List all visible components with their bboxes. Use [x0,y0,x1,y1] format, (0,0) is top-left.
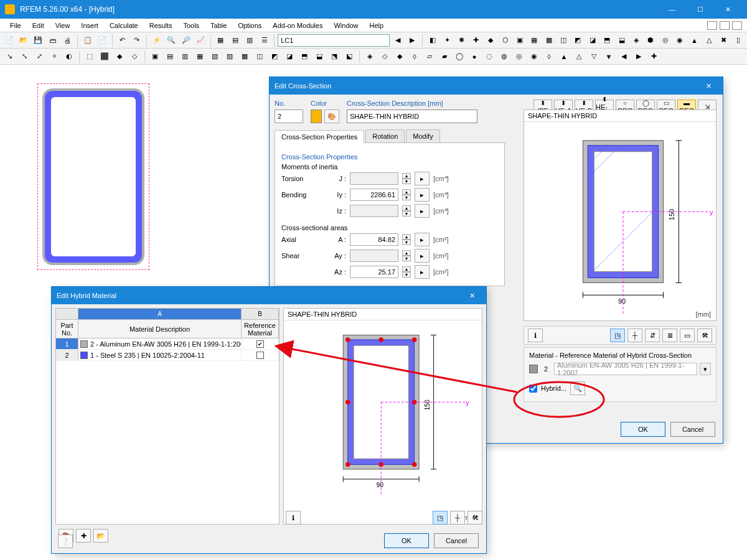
tb-misc[interactable]: ▯ [731,34,745,47]
tb2-misc[interactable]: ⬒ [298,50,311,63]
cross-section-number-input[interactable]: 2 [275,110,303,123]
tb-undo[interactable]: ↶ [116,34,129,47]
menu-edit[interactable]: Edit [27,21,49,30]
tb2-misc[interactable]: ▩ [238,50,251,63]
tb2-misc[interactable]: ▦ [193,50,207,63]
tb-misc[interactable]: ◎ [659,34,672,47]
dialog-titlebar[interactable]: Edit Hybrid Material ✕ [52,287,486,304]
tb2-misc[interactable]: ▱ [423,50,436,63]
tb-print[interactable]: 🖨 [61,34,74,47]
tb2-misc[interactable]: ▰ [438,50,451,63]
menu-tools[interactable]: Tools [178,21,204,30]
tb2-misc[interactable]: ◊ [542,50,556,63]
tb-zoom[interactable]: 🔎 [179,34,192,47]
dialog-titlebar[interactable]: Edit Cross-Section ✕ [270,77,723,95]
loadcase-combo[interactable]: LC1 [278,34,390,47]
tb-misc[interactable]: ✖ [716,34,730,47]
table-row[interactable]: 12 - Aluminum EN-AW 3005 H26 | EN 1999-1… [56,338,279,350]
field-menu-button[interactable]: ▸ [415,265,430,279]
selected-cross-section[interactable] [37,83,149,270]
spin-up[interactable]: ▲ [402,173,411,179]
preview-view-stress[interactable]: ⇵ [645,329,660,342]
tb2-misc[interactable]: ✚ [647,50,660,63]
tb2-misc[interactable]: ▶ [632,50,646,63]
tab-modify[interactable]: Modify [406,129,439,142]
tb2-misc[interactable]: ▨ [223,50,237,63]
tb2-misc[interactable]: ⤡ [17,50,31,63]
tb2-misc[interactable]: ⬕ [342,50,356,63]
cancel-button[interactable]: Cancel [670,422,715,437]
torsion-J-input[interactable] [350,172,398,185]
tb-table2[interactable]: ▥ [243,34,256,47]
mdi-minimize[interactable] [707,21,717,30]
tb-graph[interactable]: 📈 [194,34,207,47]
close-button[interactable]: ✕ [714,0,742,19]
menu-help[interactable]: Help [365,21,389,30]
material-dropdown-button[interactable]: ▾ [700,363,711,375]
tb-paste[interactable]: 📄 [95,34,108,47]
hybrid-material-grid[interactable]: A B Part No. Material Description Refere… [55,308,280,525]
preview-view-dims[interactable]: ▭ [680,329,695,342]
tab-rotation[interactable]: Rotation [365,129,405,142]
color-picker-button[interactable]: 🎨 [324,110,339,123]
tb-misc[interactable]: ◩ [571,34,585,47]
tb2-misc[interactable]: ● [467,50,481,63]
tb2-misc[interactable]: ▽ [587,50,601,63]
tb-table1[interactable]: ▤ [228,34,242,47]
field-menu-button[interactable]: ▸ [415,249,430,263]
tb2-misc[interactable]: ◉ [527,50,541,63]
menu-file[interactable]: File [5,21,26,30]
tb2-misc[interactable]: ✧ [47,50,61,63]
tb-redo[interactable]: ↷ [130,34,143,47]
preview-settings[interactable]: 🛠 [697,329,712,342]
tb-misc[interactable]: △ [702,34,715,47]
tb2-misc[interactable]: ⤢ [32,50,46,63]
tb2-misc[interactable]: ◩ [268,50,281,63]
tb-save[interactable]: 💾 [32,34,45,47]
tb2-misc[interactable]: ◍ [497,50,511,63]
tab-properties[interactable]: Cross-Section Properties [275,130,364,143]
tb2-misc[interactable]: ↘ [2,50,16,63]
tb-list[interactable]: ☰ [258,34,271,47]
tb-misc[interactable]: ◧ [426,34,439,47]
tb-misc[interactable]: ▣ [513,34,526,47]
mdi-restore[interactable] [720,21,730,30]
tb-find[interactable]: 🔍 [165,34,178,47]
tb-misc[interactable]: ▲ [688,34,701,47]
tb2-misc[interactable]: ◌ [482,50,496,63]
tb2-misc[interactable]: ◀ [617,50,631,63]
cross-section-description-input[interactable] [347,110,477,123]
tb-calc[interactable]: ⚡ [150,34,163,47]
menu-table[interactable]: Table [205,21,232,30]
tb2-misc[interactable]: ▼ [602,50,616,63]
dialog-close-button[interactable]: ✕ [463,287,481,304]
tb2-misc[interactable]: ◆ [393,50,406,63]
preview-view-axes[interactable]: ┼ [450,511,465,525]
tb-misc[interactable]: ▩ [542,34,555,47]
hybrid-edit-button[interactable]: 🔍 [570,381,585,395]
cancel-button[interactable]: Cancel [434,533,479,548]
menu-view[interactable]: View [50,21,75,30]
tb2-misc[interactable]: ◇ [128,50,141,63]
field-menu-button[interactable]: ▸ [415,233,430,246]
tb2-misc[interactable]: ◊ [408,50,421,63]
tb-misc[interactable]: ◈ [629,34,642,47]
tb2-misc[interactable]: △ [572,50,586,63]
tb-misc[interactable]: ◫ [557,34,570,47]
info-button[interactable]: ℹ [528,329,543,342]
tb-misc[interactable]: ⬓ [615,34,628,47]
help-button[interactable]: ❔ [58,534,73,548]
tb2-misc[interactable]: ◈ [363,50,377,63]
tb2-misc[interactable]: ◆ [113,50,126,63]
tb2-misc[interactable]: ◐ [62,50,76,63]
spin-down[interactable]: ▼ [402,179,411,184]
ok-button[interactable]: OK [621,422,665,437]
tb-misc[interactable]: ✦ [440,34,453,47]
grid-new-button[interactable]: ✚ [76,529,91,543]
table-row[interactable]: 21 - Steel S 235 | EN 10025-2:2004-11 [56,350,279,361]
ok-button[interactable]: OK [384,533,429,548]
tb2-misc[interactable]: ▥ [178,50,192,63]
tb-prev[interactable]: ◀ [391,34,404,47]
dialog-close-button[interactable]: ✕ [699,77,718,95]
tb2-misc[interactable]: ⬔ [327,50,341,63]
